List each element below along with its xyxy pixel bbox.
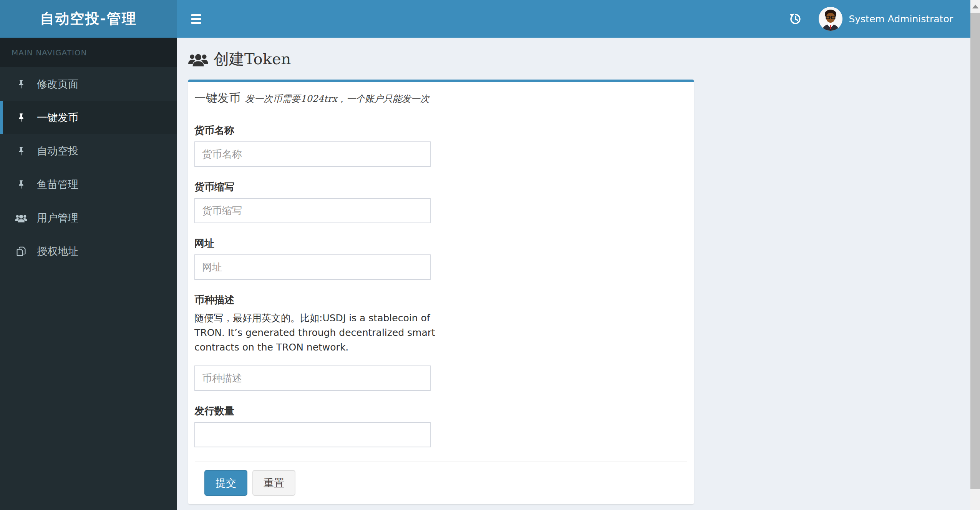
main-content: 创建Token 一键发币发一次币需要1024trx，一个账户只能发一次 货币名称… <box>177 38 970 510</box>
sidebar-item-label: 自动空投 <box>37 144 78 158</box>
token-description-label: 币种描述 <box>194 293 688 306</box>
sidebar-item-user-management[interactable]: 用户管理 <box>0 201 177 234</box>
sidebar-item-label: 鱼苗管理 <box>37 178 78 191</box>
pushpin-icon <box>15 179 28 190</box>
token-description-help: 随便写，最好用英文的。比如:USDJ is a stablecoin of TR… <box>194 311 437 355</box>
page-title: 创建Token <box>214 48 291 70</box>
pushpin-icon <box>15 79 28 90</box>
currency-name-input[interactable] <box>194 141 431 167</box>
hamburger-icon <box>191 14 201 16</box>
navbar-main: System Administrator <box>177 0 980 38</box>
issue-amount-input[interactable] <box>194 422 431 447</box>
form-card-note: 发一次币需要1024trx，一个账户只能发一次 <box>245 93 429 104</box>
app-logo-text: 自动空投-管理 <box>40 9 136 28</box>
scrollbar-up-arrow[interactable] <box>970 0 980 13</box>
avatar <box>819 7 842 31</box>
pushpin-icon <box>15 112 28 123</box>
submit-button[interactable]: 提交 <box>204 470 247 496</box>
form-card-title: 一键发币 <box>194 91 240 105</box>
user-menu[interactable]: System Administrator <box>819 7 953 31</box>
sidebar-item-label: 用户管理 <box>37 211 78 225</box>
sidebar-toggle-button[interactable] <box>187 8 205 30</box>
form-card-body: 货币名称 货币缩写 网址 币种描述 随便写，最好用英文的。比如:USDJ is … <box>188 116 694 447</box>
field-group-issue-amount: 发行数量 <box>194 404 688 447</box>
up-arrow-icon <box>972 5 978 8</box>
sidebar-item-label: 一键发币 <box>37 111 78 125</box>
app-logo[interactable]: 自动空投-管理 <box>0 0 177 38</box>
form-card-header: 一键发币发一次币需要1024trx，一个账户只能发一次 <box>188 82 694 116</box>
field-group-currency-name: 货币名称 <box>194 124 688 167</box>
top-navbar: 自动空投-管理 <box>0 0 980 38</box>
navbar-right: System Administrator <box>784 7 953 31</box>
token-description-input[interactable] <box>194 365 431 391</box>
currency-name-label: 货币名称 <box>194 124 688 137</box>
users-icon <box>15 213 28 223</box>
sidebar-item-auto-airdrop[interactable]: 自动空投 <box>0 134 177 168</box>
sidebar-menu: 修改页面 一键发币 自动空投 鱼苗管理 <box>0 67 177 268</box>
currency-abbreviation-label: 货币缩写 <box>194 180 688 193</box>
scrollbar <box>970 0 980 510</box>
scrollbar-thumb[interactable] <box>970 13 980 489</box>
sidebar-item-label: 授权地址 <box>37 244 78 258</box>
copy-icon <box>15 246 28 257</box>
currency-abbreviation-input[interactable] <box>194 198 431 223</box>
field-group-token-description: 币种描述 随便写，最好用英文的。比如:USDJ is a stablecoin … <box>194 293 688 391</box>
sidebar: MAIN NAVIGATION 修改页面 一键发币 自动空投 鱼苗管理 <box>0 38 177 510</box>
reset-button[interactable]: 重置 <box>252 470 295 496</box>
pushpin-icon <box>15 146 28 156</box>
sidebar-item-edit-page[interactable]: 修改页面 <box>0 67 177 101</box>
users-icon <box>188 51 208 67</box>
field-group-website: 网址 <box>194 237 688 280</box>
form-card-footer: 提交 重置 <box>195 461 687 496</box>
issue-amount-label: 发行数量 <box>194 404 688 417</box>
user-name: System Administrator <box>849 13 953 25</box>
website-input[interactable] <box>194 254 431 280</box>
page-header: 创建Token <box>177 38 970 70</box>
sidebar-item-fish-management[interactable]: 鱼苗管理 <box>0 168 177 201</box>
sidebar-item-authorized-address[interactable]: 授权地址 <box>0 234 177 268</box>
sidebar-item-one-click-token[interactable]: 一键发币 <box>0 101 177 134</box>
sidebar-section-header: MAIN NAVIGATION <box>0 38 177 67</box>
form-card: 一键发币发一次币需要1024trx，一个账户只能发一次 货币名称 货币缩写 网址… <box>188 80 694 504</box>
website-label: 网址 <box>194 237 688 250</box>
field-group-currency-abbreviation: 货币缩写 <box>194 180 688 223</box>
history-icon[interactable] <box>784 12 807 25</box>
sidebar-item-label: 修改页面 <box>37 77 78 91</box>
